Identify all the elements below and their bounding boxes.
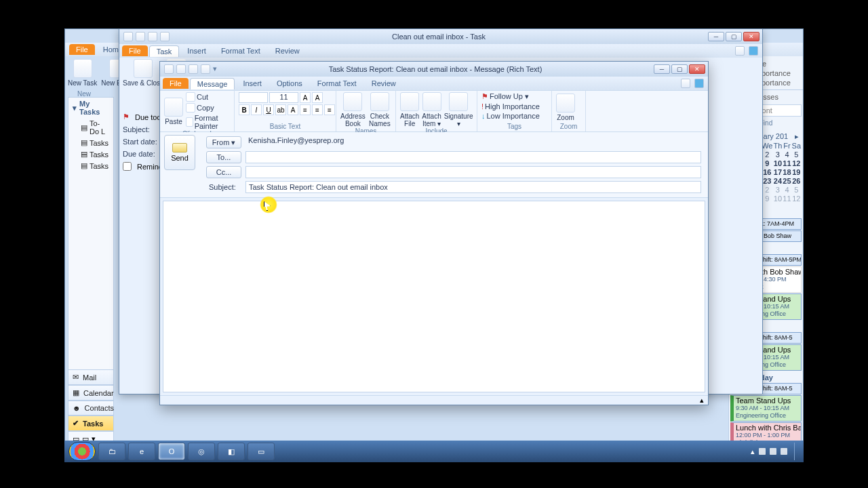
attach-item-button[interactable]: Attach Item ▾ <box>422 92 441 127</box>
redo-icon[interactable] <box>160 32 170 41</box>
cal-day[interactable]: 26 <box>792 177 801 185</box>
check-names-button[interactable]: Check Names <box>368 92 391 127</box>
msg-tab-format[interactable]: Format Text <box>311 78 363 89</box>
save-icon[interactable] <box>176 64 186 74</box>
ribbon-minimize[interactable] <box>681 79 690 88</box>
task-close[interactable]: ✕ <box>743 32 760 41</box>
send-button[interactable]: Send <box>164 135 195 170</box>
task-titlebar[interactable]: Clean out email inbox - Task ─ ▢ ✕ <box>119 29 762 44</box>
cal-day[interactable]: 25 <box>783 177 791 185</box>
save-close-button[interactable]: Save & Close <box>123 59 164 106</box>
cal-day[interactable]: 24 <box>774 177 783 185</box>
nav-todo[interactable]: ▤To-Do L <box>68 118 113 137</box>
undo-icon[interactable] <box>148 32 157 41</box>
start-button[interactable] <box>68 442 96 461</box>
cal-day[interactable]: 5 <box>792 186 801 194</box>
taskbar-app-3[interactable]: ▭ <box>248 443 275 460</box>
nav-tasks-3[interactable]: ▤Tasks <box>68 160 113 171</box>
address-book-button[interactable]: Address Book <box>340 92 366 127</box>
tray-chevron-icon[interactable]: ▴ <box>751 447 755 456</box>
msg-minimize[interactable]: ─ <box>654 64 670 74</box>
cal-day[interactable]: 10 <box>774 159 783 167</box>
tab-file[interactable]: File <box>69 44 95 55</box>
attach-file-button[interactable]: Attach File <box>400 92 419 127</box>
cal-day[interactable]: 9 <box>762 159 772 167</box>
cc-button[interactable]: Cc... <box>206 166 241 178</box>
shrink-font[interactable]: A <box>312 92 323 103</box>
cal-day[interactable]: 9 <box>762 195 772 203</box>
msg-tab-message[interactable]: Message <box>190 78 235 89</box>
reminder-checkbox[interactable] <box>123 162 132 171</box>
align-left[interactable]: ≡ <box>300 104 311 115</box>
cal-day[interactable]: 12 <box>792 159 801 167</box>
task-tab-file[interactable]: File <box>122 45 148 56</box>
left-nav-header[interactable]: ▾My Tasks <box>68 98 113 118</box>
tray-volume-icon[interactable] <box>781 448 787 455</box>
msg-tab-options[interactable]: Options <box>270 78 309 89</box>
underline-button[interactable]: U <box>263 104 274 115</box>
expand-bar[interactable]: ▴ <box>160 395 708 405</box>
signature-button[interactable]: Signature ▾ <box>444 92 473 127</box>
to-button[interactable]: To... <box>206 151 241 163</box>
tray-flag-icon[interactable] <box>759 448 766 455</box>
msg-maximize[interactable]: ▢ <box>671 64 688 74</box>
copy-button[interactable]: Copy <box>186 103 230 113</box>
cal-day[interactable]: 12 <box>792 195 801 203</box>
module-calendar[interactable]: ▦Calendar <box>68 385 114 401</box>
cal-day[interactable]: 4 <box>783 186 791 194</box>
message-qat[interactable]: ▾ <box>160 64 217 74</box>
task-maximize[interactable]: ▢ <box>726 32 742 41</box>
paste-button[interactable]: Paste <box>164 98 183 125</box>
zoom-button[interactable]: Zoom <box>556 94 575 121</box>
font-size[interactable]: 11 <box>269 92 298 103</box>
task-help[interactable] <box>749 46 758 56</box>
msg-close[interactable]: ✕ <box>689 64 705 74</box>
cal-day[interactable]: 23 <box>762 177 772 185</box>
task-tab-review[interactable]: Review <box>269 45 307 56</box>
follow-up-button[interactable]: ⚑Follow Up ▾ <box>481 92 529 101</box>
save-icon[interactable] <box>136 32 145 41</box>
cal-day[interactable]: 3 <box>774 186 783 194</box>
module-contacts[interactable]: ☻Contacts <box>68 401 114 415</box>
msg-tab-file[interactable]: File <box>163 78 189 89</box>
taskbar-app-2[interactable]: ◧ <box>218 443 245 460</box>
subject-field[interactable] <box>245 181 701 193</box>
from-button[interactable]: From ▾ <box>206 136 241 148</box>
low-importance-button[interactable]: ↓Low Importance <box>481 112 540 120</box>
font-name[interactable] <box>239 92 268 103</box>
cal-day[interactable]: 4 <box>783 150 791 159</box>
system-tray[interactable]: ▴ <box>751 443 800 460</box>
task-qat[interactable] <box>119 32 170 41</box>
task-ribbon-minimize[interactable] <box>735 46 745 56</box>
cal-day[interactable]: 19 <box>792 168 801 176</box>
italic-button[interactable]: I <box>251 104 262 115</box>
task-minimize[interactable]: ─ <box>708 32 724 41</box>
taskbar-ie[interactable]: e <box>128 443 155 460</box>
message-titlebar[interactable]: ▾ Task Status Report: Clean out email in… <box>160 62 708 77</box>
align-right[interactable]: ≡ <box>324 104 335 115</box>
cut-button[interactable]: Cut <box>186 92 230 102</box>
cal-day[interactable]: 11 <box>783 195 791 203</box>
cal-day[interactable]: 3 <box>774 150 783 159</box>
redo-icon[interactable] <box>201 64 210 74</box>
tray-network-icon[interactable] <box>770 448 776 455</box>
taskbar-outlook[interactable]: O <box>158 443 185 460</box>
format-painter-button[interactable]: Format Painter <box>186 114 230 130</box>
message-body[interactable] <box>163 201 705 392</box>
module-mail[interactable]: ✉Mail <box>68 369 114 385</box>
cal-day[interactable]: 16 <box>762 168 772 176</box>
new-task-button[interactable]: New Task <box>68 59 97 87</box>
font-color-button[interactable]: A <box>288 104 298 115</box>
task-tab-format[interactable]: Format Text <box>214 45 267 56</box>
undo-icon[interactable] <box>189 64 198 74</box>
msg-tab-review[interactable]: Review <box>365 78 403 89</box>
msg-tab-insert[interactable]: Insert <box>236 78 269 89</box>
msg-help[interactable] <box>694 79 704 88</box>
high-importance-button[interactable]: !High Importance <box>481 102 540 110</box>
task-tab-insert[interactable]: Insert <box>180 45 213 56</box>
nav-tasks-1[interactable]: ▤Tasks <box>68 137 113 148</box>
cal-day[interactable]: 2 <box>762 186 772 194</box>
align-center[interactable]: ≡ <box>312 104 323 115</box>
cal-day[interactable]: 2 <box>762 150 772 159</box>
to-field[interactable] <box>245 151 701 163</box>
